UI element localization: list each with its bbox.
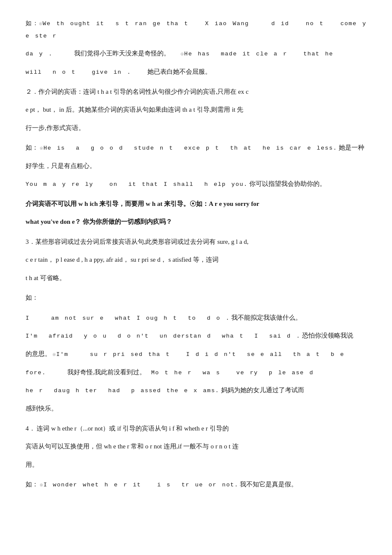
para-ex2b: 好学生，只是有点粗心。: [26, 160, 366, 172]
para-ex3b: I'm afraid y o u d o n't un derstan d wh…: [26, 330, 366, 342]
para-example-1b: da y . 我们觉得小王昨天没来是奇怪的。 ☉He has made it c…: [26, 47, 366, 60]
para-2b: e pt， but， in 后。其她某些介词的宾语从句如果由连词 th a t …: [26, 104, 366, 116]
para-bold-b: what you've don e？ 你为你所做的一切感到内疚吗？: [26, 216, 366, 228]
para-2a: ２．作介词的宾语：连词 t h a t 引导的名词性从句很少作介词的宾语,只用在…: [26, 86, 366, 98]
para-3b: c e r tain， p l ease d , h a ppy, afr ai…: [26, 254, 366, 266]
para-3c: t h at 可省略。: [26, 272, 366, 284]
para-ex2c: You m a y re ly on it that I shall h elp…: [26, 178, 366, 190]
para-ex3-header: 如：: [26, 292, 366, 304]
section-4: 4． 连词 w h ethe r（...or not）或 if 引导的宾语从句 …: [26, 422, 366, 471]
para-example-1: 如：☉We th ought it s t ran ge tha t X iao…: [26, 17, 366, 41]
section-example-2: 如： ☉He is a g o o d stude n t exce p t t…: [26, 142, 366, 190]
section-example-1: 如：☉We th ought it s t ran ge tha t X iao…: [26, 17, 366, 78]
section-example-3: I am not sur e what I oug h t to d o . 我…: [26, 312, 366, 415]
main-content: 如：☉We th ought it s t ran ge tha t X iao…: [26, 17, 366, 491]
para-ex3d: fore. 我好奇怪,我此前没看到过。 Mo t he r wa s ve ry…: [26, 366, 366, 379]
section-3: 3．某些形容词或过去分词后常接宾语从句,此类形容词或过去分词有 sure, g …: [26, 236, 366, 284]
para-4c: 用。: [26, 459, 366, 471]
para-ex4a: 如： ☉I wonder whet h e r it i s tr ue or …: [26, 478, 366, 491]
section-bold: 介词宾语不可以用 w h ich 来引导，而要用 w h at 来引导。☉如：A…: [26, 198, 366, 228]
para-4a: 4． 连词 w h ethe r（...or not）或 if 引导的宾语从句 …: [26, 422, 366, 435]
para-example-1c: will n o t give in . 她已表白她不会屈服。: [26, 66, 366, 78]
para-3a: 3．某些形容词或过去分词后常接宾语从句,此类形容词或过去分词有 sure, g …: [26, 236, 366, 248]
para-bold-a: 介词宾语不可以用 w h ich 来引导，而要用 w h at 来引导。☉如：A…: [26, 198, 366, 210]
section-2: ２．作介词的宾语：连词 t h a t 引导的名词性从句很少作介词的宾语,只用在…: [26, 86, 366, 134]
section-example-4: 如： ☉I wonder whet h e r it i s tr ue or …: [26, 478, 366, 491]
para-4b: 宾语从句可以互换使用，但 wh e the r 常和 o r not 连用,if…: [26, 440, 366, 453]
para-ex3f: 感到快乐。: [26, 402, 366, 415]
section-example-3-header: 如：: [26, 292, 366, 304]
para-2c: 行一步,作形式宾语。: [26, 122, 366, 134]
para-ex3c: 的意思。 ☉I'm su r pri sed tha t I d i d n't…: [26, 348, 366, 360]
para-ex2a: 如： ☉He is a g o o d stude n t exce p t t…: [26, 142, 366, 154]
para-ex3e: he r daug h ter had p assed the e x ams.…: [26, 384, 366, 396]
para-ex3a: I am not sur e what I oug h t to d o . 我…: [26, 312, 366, 324]
